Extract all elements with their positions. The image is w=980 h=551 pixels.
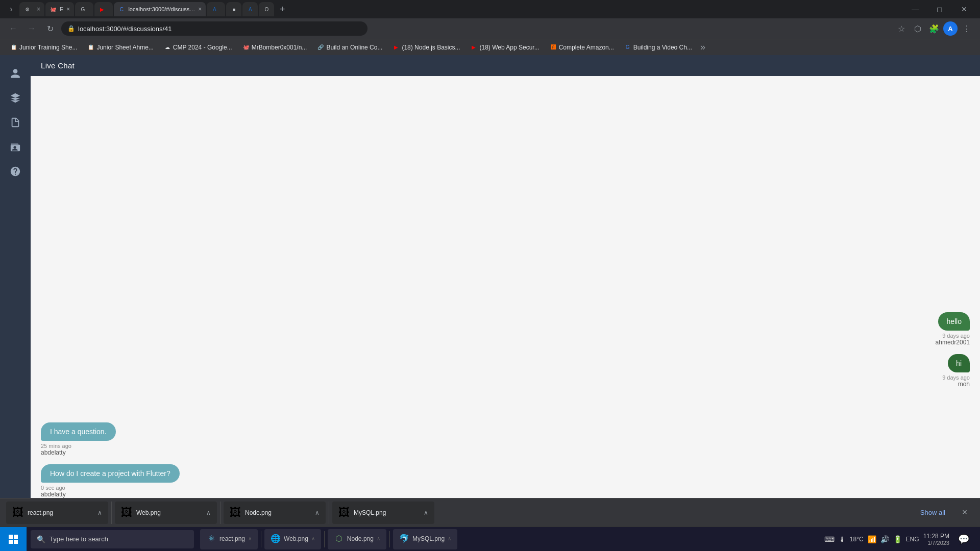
tab-close-2[interactable]: × (66, 6, 70, 13)
bubble-question: I have a question. (41, 422, 116, 441)
sidebar-icon-chart[interactable] (5, 88, 26, 108)
sidebar-icon-question[interactable] (5, 161, 26, 182)
tab-overflow-btn[interactable]: › (4, 2, 18, 16)
tab-favicon-8: A (247, 6, 254, 13)
bookmark-5[interactable]: 🔗 Build an Online Co... (313, 42, 386, 53)
forward-btn[interactable]: → (24, 21, 39, 36)
tray-time[interactable]: 11:28 PM 1/7/2023 (923, 533, 949, 546)
download-node[interactable]: 🖼 Node.png ∧ (224, 502, 326, 524)
tab-extra1[interactable]: A (207, 2, 225, 16)
bookmark-1[interactable]: 📋 Junior Training She... (6, 42, 81, 53)
meta-hello: 9 days ago ahmedr2001 (936, 333, 970, 346)
tray-volume-icon[interactable]: 🔊 (880, 535, 889, 543)
taskbar-search-icon: 🔍 (37, 535, 45, 543)
taskbar-icon-web: 🌐 (271, 534, 281, 544)
sidebar-icon-badge[interactable] (5, 137, 26, 157)
tab-extra4[interactable]: O (259, 2, 274, 16)
tab-close-active[interactable]: × (198, 6, 202, 13)
bookmark-favicon-1: 📋 (10, 44, 17, 51)
taskbar-sep-3 (389, 531, 390, 547)
tab-favicon-7: ■ (230, 6, 237, 13)
bookmark-favicon-2: 📋 (87, 44, 94, 51)
taskbar-item-node[interactable]: ⬡ Node.png ∧ (328, 529, 386, 549)
taskbar-chevron-react[interactable]: ∧ (248, 536, 252, 541)
minimize-btn[interactable]: — (903, 0, 927, 18)
downloads-close-btn[interactable]: × (955, 504, 974, 522)
bookmark-8[interactable]: 🅰 Complete Amazon... (546, 42, 618, 53)
tab-github[interactable]: 🐙 E × (45, 2, 74, 16)
download-chevron-node[interactable]: ∧ (315, 509, 320, 516)
space-top (41, 86, 970, 306)
sidebar-icon-document[interactable] (5, 112, 26, 133)
sidebar-icon-user[interactable] (5, 63, 26, 84)
taskbar-items: ⚛ react.png ∧ 🌐 Web.png ∧ ⬡ Node.png ∧ 🐬… (198, 529, 818, 549)
tab-youtube[interactable]: ▶ (94, 2, 113, 16)
address-bar[interactable]: 🔒 localhost:3000/#/discussions/41 (61, 21, 368, 36)
messages-area: hello 9 days ago ahmedr2001 hi 9 days ag… (31, 76, 980, 510)
tab-settings[interactable]: ⚙ × (19, 2, 44, 16)
tray-battery-icon[interactable]: 🔋 (893, 535, 902, 543)
show-all-btn[interactable]: Show all (912, 506, 953, 519)
download-icon-node: 🖼 (230, 506, 241, 519)
tab-favicon-6: A (211, 6, 218, 13)
download-chevron-mysql[interactable]: ∧ (424, 509, 428, 516)
message-hi: hi 9 days ago moh (41, 354, 970, 388)
extensions-btn[interactable]: 🧩 (927, 21, 941, 36)
taskbar-item-web[interactable]: 🌐 Web.png ∧ (264, 529, 321, 549)
tray-keyboard-icon[interactable]: ⌨ (824, 535, 835, 543)
download-chevron-react[interactable]: ∧ (97, 509, 102, 516)
download-chevron-web[interactable]: ∧ (206, 509, 211, 516)
taskbar-item-mysql[interactable]: 🐬 MySQL.png ∧ (393, 529, 457, 549)
start-btn[interactable] (0, 527, 27, 552)
download-mysql[interactable]: 🖼 MySQL.png ∧ (332, 502, 434, 524)
tab-google[interactable]: G (75, 2, 93, 16)
profile-btn[interactable]: A (943, 21, 958, 36)
bookmark-favicon-4: 🐙 (242, 44, 250, 51)
taskbar-chevron-node[interactable]: ∧ (377, 536, 380, 541)
download-web[interactable]: 🖼 Web.png ∧ (115, 502, 217, 524)
download-sep-2 (220, 502, 220, 524)
taskbar-search[interactable]: 🔍 Type here to search (31, 530, 194, 548)
bubble-hi: hi (948, 354, 970, 372)
new-tab-btn[interactable]: + (275, 2, 289, 16)
tray-notification-btn[interactable]: 💬 (953, 529, 974, 549)
download-react[interactable]: 🖼 react.png ∧ (6, 502, 108, 524)
tray-network-icon[interactable]: 📶 (868, 535, 876, 543)
downloads-bar: 🖼 react.png ∧ 🖼 Web.png ∧ 🖼 Node.png ∧ 🖼… (0, 498, 980, 527)
tab-close-1[interactable]: × (37, 6, 40, 13)
tab-extra2[interactable]: ■ (226, 2, 241, 16)
taskbar-search-text: Type here to search (50, 535, 108, 543)
meta-hi: 9 days ago moh (942, 374, 970, 388)
bookmark-6[interactable]: ▶ (18) Node.js Basics... (388, 42, 464, 53)
tab-favicon-2: 🐙 (50, 6, 57, 13)
bookmark-btn[interactable]: ☆ (894, 21, 909, 36)
bookmark-9[interactable]: G Building a Video Ch... (620, 42, 696, 53)
bookmark-favicon-6: ▶ (393, 44, 400, 51)
back-btn[interactable]: ← (6, 21, 20, 36)
tab-active[interactable]: C localhost:3000/#/discussions/41 × (114, 2, 206, 16)
space-middle (41, 396, 970, 416)
tray-temp-text: 18°C (850, 536, 864, 543)
tab-favicon-1: ⚙ (23, 6, 31, 13)
meta-question: 25 mins ago abdelatty (41, 443, 71, 456)
tab-favicon-active: C (118, 6, 125, 13)
reload-btn[interactable]: ↻ (43, 21, 57, 36)
menu-btn[interactable]: ⋮ (960, 21, 974, 36)
taskbar-chevron-mysql[interactable]: ∧ (448, 536, 451, 541)
close-btn[interactable]: ✕ (952, 0, 976, 18)
tray-temp-icon: 🌡 (839, 535, 846, 543)
download-sep-3 (329, 502, 329, 524)
bookmark-3[interactable]: ☁ CMP 2024 - Google... (160, 42, 236, 53)
bookmarks-more-btn[interactable]: » (700, 42, 705, 53)
bookmark-7[interactable]: ▶ (18) Web App Secur... (466, 42, 543, 53)
download-icon-web: 🖼 (121, 506, 132, 519)
bookmark-2[interactable]: 📋 Junior Sheet Ahme... (83, 42, 157, 53)
taskbar-chevron-web[interactable]: ∧ (311, 536, 315, 541)
tab-extra3[interactable]: A (242, 2, 258, 16)
screenshot-btn[interactable]: ⬡ (911, 21, 925, 36)
taskbar-item-react[interactable]: ⚛ react.png ∧ (200, 529, 258, 549)
taskbar-sep-2 (324, 531, 325, 547)
bookmark-4[interactable]: 🐙 MrBomber0x001/n... (238, 42, 311, 53)
restore-btn[interactable]: ◻ (928, 0, 951, 18)
bookmark-favicon-9: G (624, 44, 631, 51)
